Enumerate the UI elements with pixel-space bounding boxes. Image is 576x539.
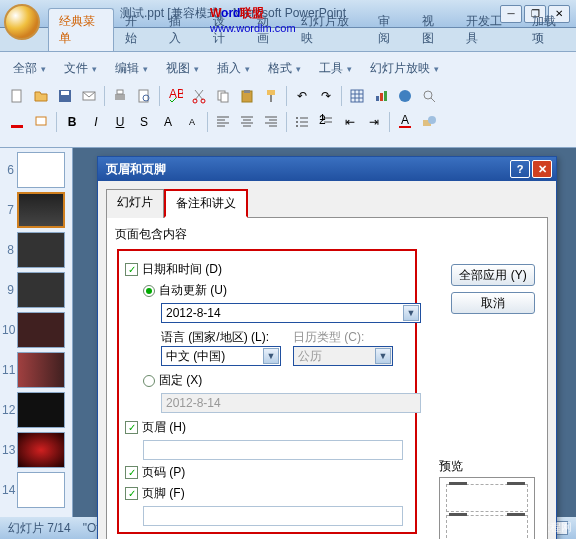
slide-panel[interactable]: 6 7 8 9 10 11 12 13 14: [0, 148, 73, 517]
save-icon[interactable]: [54, 85, 76, 107]
header-input[interactable]: [143, 440, 403, 460]
link-icon[interactable]: [394, 85, 416, 107]
new-slide-icon[interactable]: [30, 111, 52, 133]
bullets-icon[interactable]: [291, 111, 313, 133]
font-shrink-icon[interactable]: A: [181, 111, 203, 133]
tab-classic-menu[interactable]: 经典菜单: [48, 8, 114, 51]
italic-icon[interactable]: I: [85, 111, 107, 133]
auto-update-radio[interactable]: [143, 285, 155, 297]
lang-dropdown[interactable]: 中文 (中国) ▼: [161, 346, 281, 366]
slide-count: 幻灯片 7/14: [8, 520, 71, 537]
table-icon[interactable]: [346, 85, 368, 107]
chart-icon[interactable]: [370, 85, 392, 107]
svg-rect-34: [399, 126, 411, 128]
thumb-num: 13: [2, 443, 14, 457]
paste-icon[interactable]: [236, 85, 258, 107]
menu-tools[interactable]: 工具: [312, 56, 359, 81]
slide-thumb[interactable]: [17, 432, 65, 468]
underline-icon[interactable]: U: [109, 111, 131, 133]
dropdown-value: 中文 (中国): [166, 348, 225, 365]
cancel-button[interactable]: 取消: [451, 292, 535, 314]
dialog-close-button[interactable]: ✕: [532, 160, 552, 178]
slide-thumb[interactable]: [17, 472, 65, 508]
slide-thumb-selected[interactable]: [17, 192, 65, 228]
menu-all[interactable]: 全部: [6, 56, 53, 81]
cut-icon[interactable]: [188, 85, 210, 107]
dialog-titlebar[interactable]: 页眉和页脚 ? ✕: [98, 157, 556, 181]
menu-file[interactable]: 文件: [57, 56, 104, 81]
align-center-icon[interactable]: [236, 111, 258, 133]
menu-format[interactable]: 格式: [261, 56, 308, 81]
svg-point-24: [399, 90, 411, 102]
slide-thumb[interactable]: [17, 152, 65, 188]
tab-addins[interactable]: 加载项: [521, 8, 576, 51]
slide-thumb[interactable]: [17, 272, 65, 308]
mail-icon[interactable]: [78, 85, 100, 107]
svg-rect-17: [244, 90, 250, 93]
undo-icon[interactable]: ↶: [291, 85, 313, 107]
font-color-icon[interactable]: [6, 111, 28, 133]
thumb-num: 9: [2, 283, 14, 297]
date-time-checkbox[interactable]: ✓: [125, 263, 138, 276]
svg-rect-3: [12, 90, 21, 102]
tab-slide[interactable]: 幻灯片: [106, 189, 164, 218]
shapes-icon[interactable]: [418, 111, 440, 133]
slide-thumb[interactable]: [17, 312, 65, 348]
text-color-icon[interactable]: A: [394, 111, 416, 133]
shadow-icon[interactable]: S: [133, 111, 155, 133]
redo-icon[interactable]: ↷: [315, 85, 337, 107]
open-icon[interactable]: [30, 85, 52, 107]
tab-view[interactable]: 视图: [411, 8, 455, 51]
tab-notes-handouts[interactable]: 备注和讲义: [164, 189, 248, 218]
chevron-down-icon[interactable]: ▼: [403, 305, 419, 321]
office-button[interactable]: [4, 4, 40, 40]
tab-review[interactable]: 审阅: [367, 8, 411, 51]
spell-icon[interactable]: ABC: [164, 85, 186, 107]
fixed-label: 固定 (X): [159, 372, 202, 389]
print-icon[interactable]: [109, 85, 131, 107]
indent-inc-icon[interactable]: ⇥: [363, 111, 385, 133]
menu-edit[interactable]: 编辑: [108, 56, 155, 81]
watermark: Word联盟 www.wordlm.com: [210, 3, 296, 34]
bold-icon[interactable]: B: [61, 111, 83, 133]
svg-point-28: [296, 117, 298, 119]
fixed-radio[interactable]: [143, 375, 155, 387]
auto-update-label: 自动更新 (U): [159, 282, 227, 299]
footer-input[interactable]: [143, 506, 403, 526]
format-painter-icon[interactable]: [260, 85, 282, 107]
footer-checkbox[interactable]: ✓: [125, 487, 138, 500]
svg-rect-5: [61, 91, 69, 95]
help-button[interactable]: ?: [510, 160, 530, 178]
dialog-title: 页眉和页脚: [106, 161, 166, 178]
align-left-icon[interactable]: [212, 111, 234, 133]
tab-developer[interactable]: 开发工具: [455, 8, 521, 51]
pagenum-label: 页码 (P): [142, 464, 185, 481]
copy-icon[interactable]: [212, 85, 234, 107]
numbering-icon[interactable]: 12: [315, 111, 337, 133]
menu-view[interactable]: 视图: [159, 56, 206, 81]
thumb-num: 11: [2, 363, 14, 377]
svg-point-29: [296, 121, 298, 123]
svg-rect-15: [221, 93, 228, 102]
zoom-icon[interactable]: [418, 85, 440, 107]
slide-thumb[interactable]: [17, 392, 65, 428]
slide-thumb[interactable]: [17, 352, 65, 388]
menu-insert[interactable]: 插入: [210, 56, 257, 81]
chevron-down-icon[interactable]: ▼: [263, 348, 279, 364]
indent-dec-icon[interactable]: ⇤: [339, 111, 361, 133]
header-label: 页眉 (H): [142, 419, 186, 436]
svg-text:A: A: [401, 114, 409, 127]
new-icon[interactable]: [6, 85, 28, 107]
align-right-icon[interactable]: [260, 111, 282, 133]
apply-all-button[interactable]: 全部应用 (Y): [451, 264, 535, 286]
dropdown-value: 2012-8-14: [166, 306, 221, 320]
font-grow-icon[interactable]: A: [157, 111, 179, 133]
date-time-label: 日期和时间 (D): [142, 261, 222, 278]
slide-thumb[interactable]: [17, 232, 65, 268]
menu-slideshow[interactable]: 幻灯片放映: [363, 56, 446, 81]
pagenum-checkbox[interactable]: ✓: [125, 466, 138, 479]
preview-icon[interactable]: [133, 85, 155, 107]
header-checkbox[interactable]: ✓: [125, 421, 138, 434]
date-dropdown[interactable]: 2012-8-14 ▼: [161, 303, 421, 323]
thumb-num: 7: [2, 203, 14, 217]
